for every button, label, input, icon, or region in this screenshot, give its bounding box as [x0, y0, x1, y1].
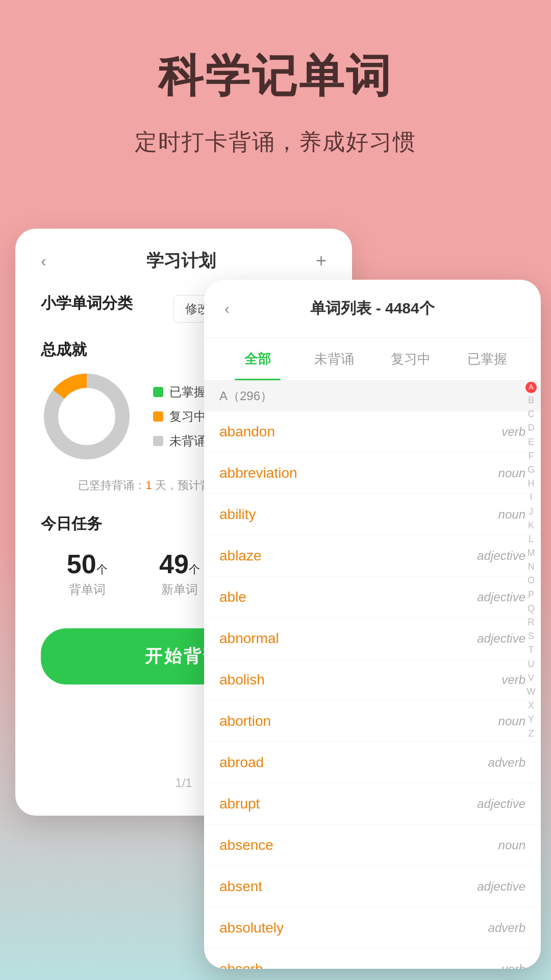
- task-new: 49个 新单词: [159, 549, 200, 598]
- word-row[interactable]: abnormal adjective: [204, 618, 541, 659]
- word-name: abolish: [219, 672, 265, 688]
- alpha-letter-q[interactable]: Q: [525, 602, 537, 615]
- alpha-letter-a[interactable]: A: [525, 382, 537, 393]
- category-title: 小学单词分类: [41, 293, 133, 314]
- word-type: noun: [498, 838, 525, 852]
- word-name: abbreviation: [219, 465, 297, 481]
- word-row[interactable]: absent adjective: [204, 866, 541, 908]
- section-label: A（296）: [204, 381, 541, 411]
- task-memorize-label: 背单词: [67, 581, 108, 598]
- word-name: ablaze: [219, 548, 262, 564]
- alpha-letter-b[interactable]: B: [525, 394, 537, 407]
- word-row[interactable]: absence noun: [204, 825, 541, 866]
- alpha-letter-h[interactable]: H: [525, 477, 537, 490]
- alpha-letter-j[interactable]: J: [525, 505, 537, 518]
- word-type: noun: [498, 466, 525, 480]
- word-row[interactable]: able adjective: [204, 577, 541, 618]
- word-type: noun: [498, 507, 525, 522]
- alpha-letter-v[interactable]: V: [525, 672, 537, 684]
- alpha-letter-f[interactable]: F: [525, 450, 537, 462]
- word-type: adjective: [477, 549, 525, 563]
- alpha-letter-k[interactable]: K: [525, 519, 537, 532]
- alpha-letter-y[interactable]: Y: [525, 713, 537, 726]
- alpha-letter-o[interactable]: O: [525, 574, 537, 587]
- alpha-letter-l[interactable]: L: [525, 533, 537, 546]
- cards-area: ‹ 学习计划 + 小学单词分类 修改计划 单词列表 总成就: [0, 198, 551, 872]
- alpha-letter-x[interactable]: X: [525, 699, 537, 712]
- word-row[interactable]: ability noun: [204, 494, 541, 535]
- alpha-letter-z[interactable]: Z: [525, 727, 537, 740]
- word-row[interactable]: abroad adverb: [204, 742, 541, 783]
- word-row[interactable]: ablaze adjective: [204, 535, 541, 577]
- page-wrapper: 科学记单词 定时打卡背诵，养成好习惯 ‹ 学习计划 + 小学单词分类 修改计划 …: [0, 0, 551, 980]
- alpha-letter-p[interactable]: P: [525, 589, 537, 601]
- alpha-letter-g[interactable]: G: [525, 463, 537, 476]
- word-row[interactable]: abolish verb: [204, 659, 541, 701]
- word-type: verb: [502, 425, 525, 439]
- word-row[interactable]: abrupt adjective: [204, 783, 541, 825]
- hero-title: 科学记单词: [0, 46, 551, 107]
- task-new-num: 49个: [159, 549, 200, 579]
- word-name: abnormal: [219, 630, 279, 647]
- word-list-title: 单词列表 - 4484个: [310, 298, 434, 319]
- tab-unlearned[interactable]: 未背诵: [296, 338, 372, 380]
- hero-section: 科学记单词 定时打卡背诵，养成好习惯: [0, 0, 551, 188]
- study-plan-header: ‹ 学习计划 +: [41, 249, 327, 273]
- tabs-row: 全部 未背诵 复习中 已掌握: [204, 338, 541, 381]
- word-list-header: ‹ 单词列表 - 4484个: [204, 280, 541, 338]
- word-row[interactable]: absolutely adverb: [204, 908, 541, 949]
- alpha-letter-r[interactable]: R: [525, 616, 537, 629]
- word-list: abandon verb abbreviation noun ability n…: [204, 411, 541, 969]
- legend-reviewing-dot: [153, 411, 163, 422]
- task-memorize-num: 50个: [67, 549, 108, 579]
- word-list-card: ‹ 单词列表 - 4484个 全部 未背诵 复习中 已掌握 A（296） aba…: [204, 280, 541, 969]
- alpha-letter-t[interactable]: T: [525, 644, 537, 656]
- word-row[interactable]: absorb verb: [204, 949, 541, 969]
- alpha-letter-w[interactable]: W: [525, 685, 537, 698]
- alphabet-sidebar: ABCDEFGHIJKLMNOPQRSTUVWXYZ: [525, 382, 537, 740]
- back-icon[interactable]: ‹: [41, 252, 46, 271]
- word-row[interactable]: abandon verb: [204, 411, 541, 453]
- word-name: abrupt: [219, 796, 260, 812]
- alpha-letter-u[interactable]: U: [525, 658, 537, 671]
- alpha-letter-d[interactable]: D: [525, 422, 537, 434]
- word-type: adverb: [488, 921, 525, 935]
- word-type: adjective: [477, 590, 525, 604]
- donut-chart: [41, 371, 133, 462]
- word-name: absence: [219, 837, 273, 853]
- word-type: adverb: [488, 755, 525, 770]
- study-plan-title: 学习计划: [146, 249, 216, 273]
- word-name: abroad: [219, 754, 264, 771]
- legend-mastered-dot: [153, 387, 163, 397]
- plus-icon[interactable]: +: [316, 250, 327, 272]
- word-type: verb: [502, 673, 525, 687]
- tab-reviewing[interactable]: 复习中: [372, 338, 449, 380]
- word-type: adjective: [477, 631, 525, 646]
- task-new-label: 新单词: [159, 581, 200, 598]
- alpha-letter-e[interactable]: E: [525, 436, 537, 449]
- word-row[interactable]: abortion noun: [204, 701, 541, 742]
- word-list-back-icon[interactable]: ‹: [224, 300, 230, 317]
- word-type: adjective: [477, 797, 525, 811]
- alpha-letter-i[interactable]: I: [525, 491, 537, 504]
- alpha-letter-m[interactable]: M: [525, 547, 537, 559]
- word-type: adjective: [477, 879, 525, 894]
- word-type: verb: [502, 962, 525, 969]
- word-row[interactable]: abbreviation noun: [204, 453, 541, 494]
- hero-subtitle: 定时打卡背诵，养成好习惯: [0, 127, 551, 157]
- task-memorize: 50个 背单词: [67, 549, 108, 598]
- tab-all[interactable]: 全部: [219, 338, 296, 380]
- word-name: abortion: [219, 713, 271, 729]
- word-name: absorb: [219, 961, 263, 969]
- tab-mastered[interactable]: 已掌握: [449, 338, 525, 380]
- legend-unlearned-dot: [153, 436, 163, 446]
- word-name: absent: [219, 878, 262, 895]
- alpha-letter-s[interactable]: S: [525, 630, 537, 643]
- word-name: ability: [219, 506, 256, 523]
- word-type: noun: [498, 714, 525, 728]
- alpha-letter-c[interactable]: C: [525, 408, 537, 421]
- word-name: absolutely: [219, 920, 284, 936]
- word-name: abandon: [219, 424, 275, 440]
- svg-point-4: [66, 396, 107, 437]
- alpha-letter-n[interactable]: N: [525, 560, 537, 573]
